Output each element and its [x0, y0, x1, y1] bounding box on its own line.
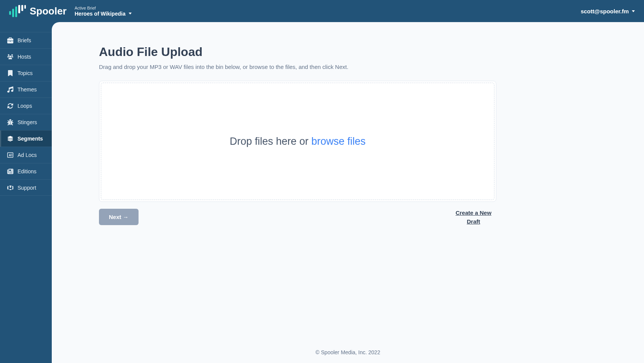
create-new-draft-link[interactable]: Create a New Draft	[451, 209, 496, 226]
briefcase-icon	[7, 37, 14, 44]
sync-icon	[7, 102, 14, 109]
next-button[interactable]: Next →	[99, 209, 139, 225]
sidebar-item-label: Themes	[18, 86, 37, 93]
sidebar-item-stingers[interactable]: Stingers	[0, 114, 52, 130]
layers-icon	[7, 135, 14, 142]
active-brief-dropdown[interactable]: Active Brief Heroes of Wikipedia	[75, 6, 132, 17]
svg-rect-5	[24, 5, 26, 9]
sidebar-item-themes[interactable]: Themes	[0, 81, 52, 98]
main-content: Audio File Upload Drag and drop your MP3…	[52, 22, 644, 363]
sidebar-item-label: Topics	[18, 70, 33, 76]
brand-logo[interactable]: Spooler	[9, 5, 75, 17]
sidebar-item-hosts[interactable]: Hosts	[0, 48, 52, 65]
svg-rect-0	[9, 11, 11, 15]
bug-icon	[7, 119, 14, 126]
sidebar-item-editions[interactable]: Editions	[0, 163, 52, 179]
footer-copyright: © Spooler Media, Inc. 2022	[52, 342, 644, 363]
sidebar: Briefs Hosts Topics Themes	[0, 22, 52, 363]
drop-text: Drop files here or browse files	[230, 136, 365, 147]
sidebar-item-segments[interactable]: Segments	[0, 130, 52, 147]
lifering-icon	[7, 184, 14, 191]
brief-value: Heroes of Wikipedia	[75, 11, 126, 17]
sidebar-item-label: Segments	[18, 136, 43, 142]
caret-down-icon	[129, 13, 132, 14]
sidebar-item-label: Ad Locs	[18, 152, 37, 158]
page-subtitle: Drag and drop your MP3 or WAV files into…	[99, 64, 496, 70]
svg-rect-3	[18, 5, 20, 13]
svg-rect-4	[21, 5, 23, 11]
sidebar-item-briefs[interactable]: Briefs	[0, 32, 52, 48]
topbar: Spooler Active Brief Heroes of Wikipedia…	[0, 0, 644, 22]
browse-files-link[interactable]: browse files	[311, 136, 366, 147]
music-icon	[7, 86, 14, 93]
caret-down-icon	[632, 10, 635, 12]
bookmark-icon	[7, 70, 14, 77]
upload-dropzone[interactable]: Drop files here or browse files	[99, 81, 496, 202]
page-title: Audio File Upload	[99, 45, 496, 59]
logo-icon	[9, 5, 26, 17]
sidebar-item-loops[interactable]: Loops	[0, 98, 52, 114]
sidebar-item-label: Stingers	[18, 119, 37, 125]
users-icon	[7, 53, 14, 60]
ad-icon	[7, 152, 14, 158]
user-email: scott@spooler.fm	[581, 8, 629, 14]
sidebar-item-label: Loops	[18, 103, 32, 109]
sidebar-item-label: Editions	[18, 168, 37, 174]
svg-rect-1	[12, 9, 14, 17]
brand-name: Spooler	[30, 5, 67, 17]
svg-rect-2	[15, 6, 17, 17]
user-menu-dropdown[interactable]: scott@spooler.fm	[581, 8, 635, 14]
sidebar-item-label: Support	[18, 185, 36, 191]
brief-label: Active Brief	[75, 6, 132, 10]
sidebar-item-label: Hosts	[18, 54, 31, 60]
sidebar-item-label: Briefs	[18, 37, 31, 43]
sidebar-item-ad-locs[interactable]: Ad Locs	[0, 147, 52, 163]
sidebar-item-support[interactable]: Support	[0, 179, 52, 196]
sidebar-item-topics[interactable]: Topics	[0, 65, 52, 81]
newspaper-icon	[7, 168, 14, 175]
